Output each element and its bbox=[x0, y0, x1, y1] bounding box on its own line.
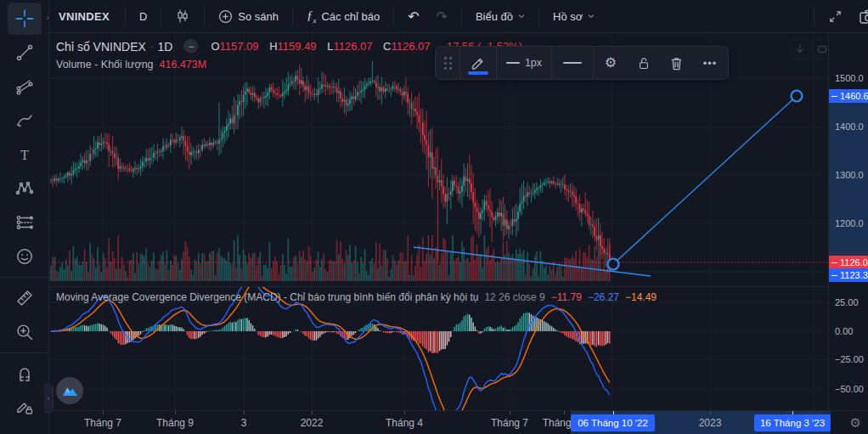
time-anchor-badge: 16 Tháng 3 '23 bbox=[754, 414, 831, 431]
crosshair-icon bbox=[14, 8, 35, 29]
volume-label: Volume - Khối lượng bbox=[56, 59, 154, 70]
high-value: 1159.49 bbox=[278, 40, 317, 53]
compare-button[interactable]: So sánh bbox=[210, 4, 287, 28]
time-tick bbox=[564, 411, 565, 414]
time-scale-settings-icon[interactable]: ⚙ bbox=[850, 415, 861, 431]
selected-trendline[interactable] bbox=[613, 96, 797, 264]
scroll-to-recent-button[interactable] bbox=[790, 39, 810, 59]
open-value: 1157.09 bbox=[220, 40, 259, 53]
tool-trend-line[interactable] bbox=[8, 37, 42, 69]
tool-lock-all[interactable] bbox=[8, 426, 42, 434]
fx-icon: ƒx bbox=[307, 8, 317, 25]
tool-crosshair[interactable]: › bbox=[8, 3, 42, 35]
drawing-delete-button[interactable] bbox=[660, 47, 692, 79]
drawing-settings-button[interactable]: ⚙ bbox=[594, 47, 628, 79]
time-tick-label: 2022 bbox=[301, 417, 324, 429]
tool-draw-lock[interactable] bbox=[8, 392, 42, 424]
tool-zoom-in[interactable] bbox=[8, 316, 42, 348]
toolbar-separator bbox=[538, 7, 539, 25]
fib-gann-icon bbox=[14, 76, 35, 97]
pencil-icon bbox=[471, 55, 486, 70]
price-scale[interactable]: 1500.01460.61400.01300.01200.01126.01123… bbox=[828, 32, 868, 410]
interval-button[interactable]: D bbox=[131, 4, 155, 28]
macd-tick-label: 0.00 bbox=[829, 326, 868, 336]
tool-fib-tools[interactable] bbox=[8, 70, 42, 103]
tool-emoji[interactable] bbox=[8, 240, 42, 273]
line-width-button[interactable]: 1px bbox=[497, 47, 551, 79]
time-tick-label: Tháng 7 bbox=[491, 417, 528, 429]
drawing-lock-button[interactable] bbox=[628, 47, 660, 79]
drawing-more-button[interactable]: ••• bbox=[692, 47, 728, 79]
chart-type-button[interactable] bbox=[166, 4, 199, 28]
magnet-icon bbox=[14, 364, 35, 384]
toolbar-drag-handle[interactable] bbox=[436, 47, 459, 79]
broker-logo[interactable] bbox=[56, 377, 83, 404]
profile-menu-button[interactable]: Hồ sơ bbox=[544, 4, 603, 28]
chart-menu-button[interactable]: Biểu đồ bbox=[467, 4, 533, 28]
pane-divider[interactable] bbox=[48, 286, 868, 287]
drag-dots-icon bbox=[444, 57, 452, 70]
ruler-icon bbox=[14, 288, 35, 308]
prediction-lines-icon bbox=[14, 212, 35, 233]
trendline-anchor-handle[interactable] bbox=[608, 259, 619, 270]
drawing-toolbar: › T bbox=[0, 0, 49, 434]
time-tick-label: Tháng 4 bbox=[386, 417, 423, 429]
toolbar-separator bbox=[393, 7, 394, 25]
chevron-down-icon bbox=[588, 13, 595, 20]
macd-tick-label: 25.00 bbox=[829, 297, 868, 307]
screenshot-button[interactable] bbox=[851, 4, 868, 28]
legend-interval: 1D bbox=[157, 40, 172, 54]
tool-ruler[interactable] bbox=[8, 282, 42, 314]
candlestick-icon bbox=[175, 8, 190, 24]
macd-tick-label: −25.00 bbox=[829, 354, 868, 364]
indicators-button[interactable]: ƒx Các chỉ báo bbox=[298, 4, 388, 28]
time-anchor-badge: 06 Tháng 10 '22 bbox=[571, 414, 655, 431]
indicators-label: Các chỉ báo bbox=[321, 10, 380, 23]
line-style-icon bbox=[563, 62, 582, 64]
tool-expand-caret[interactable]: › bbox=[47, 14, 49, 22]
macd-params: 12 26 close 9 bbox=[484, 291, 544, 303]
price-tick-label: 1400.0 bbox=[829, 121, 868, 132]
time-tick-label: 2023 bbox=[699, 417, 722, 429]
compare-plus-icon bbox=[218, 9, 233, 24]
low-value: 1126.07 bbox=[333, 40, 372, 53]
redo-button[interactable]: ↷ bbox=[428, 4, 456, 28]
price-scale-selection-highlight bbox=[829, 89, 868, 282]
toolbar-separator bbox=[461, 7, 462, 25]
legend-sep: · bbox=[150, 42, 154, 52]
sidebar-collapse-handle[interactable]: ‹ bbox=[44, 384, 54, 413]
symbol-button[interactable]: VNINDEX bbox=[48, 4, 120, 28]
tool-prediction[interactable] bbox=[8, 206, 42, 239]
smiley-icon bbox=[14, 246, 35, 267]
tool-brush[interactable] bbox=[8, 104, 42, 137]
arrow-down-icon bbox=[795, 44, 805, 54]
legend-title: Chỉ số VNINDEX bbox=[56, 40, 146, 54]
time-tick bbox=[710, 411, 711, 414]
fullscreen-icon bbox=[828, 9, 843, 24]
sidebar-divider bbox=[0, 352, 48, 353]
tool-text[interactable]: T bbox=[8, 138, 42, 171]
chevron-down-icon bbox=[518, 13, 525, 20]
collapse-legend-button[interactable]: − bbox=[183, 39, 198, 54]
macd-pane[interactable] bbox=[48, 286, 828, 410]
line-color-button[interactable] bbox=[460, 47, 496, 79]
time-tick bbox=[404, 411, 405, 414]
high-label: H bbox=[269, 40, 277, 53]
time-scale[interactable]: ⚙ Tháng 7Tháng 932022Tháng 4Tháng 7Tháng… bbox=[48, 410, 868, 434]
undo-button[interactable]: ↶ bbox=[399, 4, 427, 28]
drawing-floating-toolbar: 1px ⚙ ••• bbox=[435, 46, 729, 80]
time-tick bbox=[510, 411, 510, 414]
tool-magnet[interactable] bbox=[8, 358, 42, 390]
symbol-label: VNINDEX bbox=[59, 10, 110, 23]
price-tick-label: 1200.0 bbox=[829, 218, 868, 228]
trendline-anchor-handle[interactable] bbox=[792, 91, 803, 102]
line-style-button[interactable] bbox=[552, 47, 593, 79]
trend-line-icon bbox=[14, 42, 35, 63]
time-tick-label: 3 bbox=[241, 417, 247, 429]
fullscreen-button[interactable] bbox=[820, 4, 851, 28]
tool-pattern[interactable] bbox=[8, 172, 42, 205]
price-tick-label: 1500.0 bbox=[829, 73, 868, 83]
macd-legend: Moving Average Covergence Divergence (MA… bbox=[56, 291, 657, 303]
profile-label: Hồ sơ bbox=[553, 10, 583, 23]
svg-text:T: T bbox=[20, 148, 29, 162]
